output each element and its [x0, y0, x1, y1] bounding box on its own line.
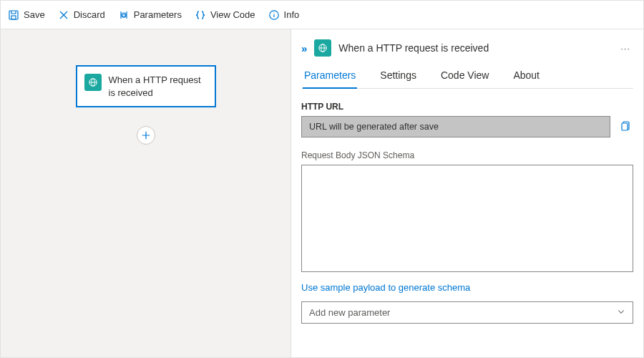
save-icon: [8, 9, 19, 21]
save-label: Save: [24, 9, 45, 20]
tab-parameters[interactable]: Parameters: [303, 64, 357, 88]
schema-textarea[interactable]: [301, 165, 633, 272]
toolbar: Save Discard @ Parameters View Code Info: [1, 1, 643, 29]
trigger-node[interactable]: When a HTTP request is received: [76, 65, 216, 107]
http-request-icon: [84, 74, 102, 91]
chevron-down-icon: [617, 307, 625, 318]
tab-settings[interactable]: Settings: [379, 64, 418, 88]
discard-label: Discard: [74, 9, 105, 20]
discard-icon: [58, 9, 69, 21]
info-button[interactable]: Info: [268, 9, 300, 21]
collapse-panel-button[interactable]: »: [301, 42, 307, 54]
use-sample-payload-link[interactable]: Use sample payload to generate schema: [301, 282, 633, 293]
add-step-button[interactable]: [137, 126, 155, 145]
svg-rect-10: [622, 123, 628, 130]
copy-url-button[interactable]: [618, 116, 633, 137]
panel-title: When a HTTP request is received: [338, 42, 610, 54]
panel-tabs: Parameters Settings Code View About: [301, 64, 633, 89]
main: When a HTTP request is received » When a…: [1, 29, 643, 357]
svg-text:@: @: [121, 12, 126, 17]
tab-code-view[interactable]: Code View: [439, 64, 490, 88]
save-button[interactable]: Save: [8, 9, 45, 21]
http-url-label: HTTP URL: [301, 102, 633, 112]
more-menu-button[interactable]: ···: [618, 42, 633, 55]
info-label: Info: [284, 9, 300, 20]
panel-header: » When a HTTP request is received ···: [301, 37, 633, 64]
svg-rect-1: [11, 16, 16, 19]
trigger-node-label: When a HTTP request is received: [109, 74, 208, 99]
add-parameter-dropdown[interactable]: Add new parameter: [301, 301, 633, 324]
parameters-label: Parameters: [134, 9, 182, 20]
details-panel: » When a HTTP request is received ··· Pa…: [291, 29, 643, 357]
tab-about[interactable]: About: [512, 64, 541, 88]
http-url-field: URL will be generated after save: [301, 116, 610, 137]
view-code-button[interactable]: View Code: [195, 9, 255, 21]
add-parameter-placeholder: Add new parameter: [309, 307, 390, 318]
http-request-icon: [314, 39, 331, 57]
designer-canvas[interactable]: When a HTTP request is received: [1, 29, 291, 357]
code-icon: [195, 9, 206, 21]
discard-button[interactable]: Discard: [58, 9, 105, 21]
parameters-icon: @: [118, 9, 130, 21]
info-icon: [268, 9, 280, 21]
panel-body: HTTP URL URL will be generated after sav…: [301, 89, 633, 349]
view-code-label: View Code: [210, 9, 255, 20]
svg-point-5: [273, 12, 274, 13]
parameters-button[interactable]: @ Parameters: [118, 9, 182, 21]
svg-rect-0: [9, 11, 18, 19]
schema-label: Request Body JSON Schema: [301, 150, 633, 160]
http-url-row: URL will be generated after save: [301, 116, 633, 137]
